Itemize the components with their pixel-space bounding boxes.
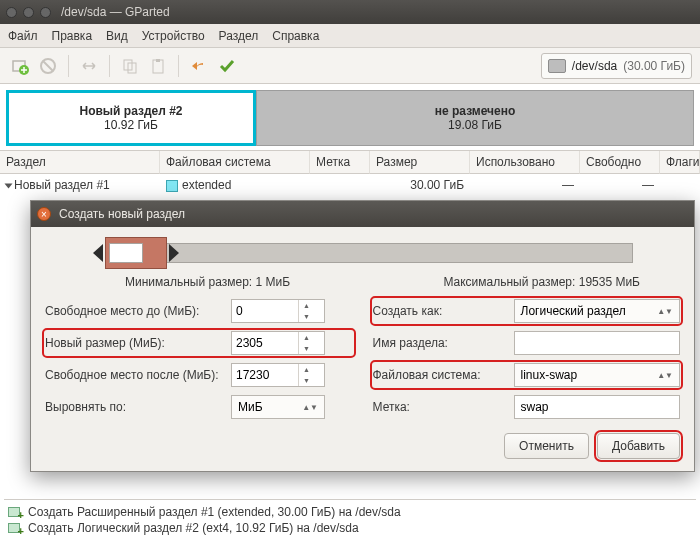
create-op-icon: + [8, 505, 22, 519]
row-name: Новый раздел #1 [14, 178, 110, 192]
row-used: — [470, 174, 580, 196]
col-fs[interactable]: Файловая система [160, 151, 310, 174]
disk-segment-new2[interactable]: Новый раздел #2 10.92 ГиБ [6, 90, 256, 146]
copy-icon [118, 54, 142, 78]
device-size: (30.00 ГиБ) [623, 59, 685, 73]
dialog-title: Создать новый раздел [59, 207, 185, 221]
partition-name-input[interactable] [514, 331, 681, 355]
create-op-icon: + [8, 521, 22, 535]
row-free: — [580, 174, 660, 196]
dialog-close-icon[interactable]: × [37, 207, 51, 221]
paste-icon [146, 54, 170, 78]
apply-icon[interactable] [215, 54, 239, 78]
label-input[interactable] [514, 395, 681, 419]
window-title: /dev/sda — GParted [61, 5, 170, 19]
table-row[interactable]: Новый раздел #1 extended 30.00 ГиБ — — [0, 174, 700, 196]
filesystem-label: Файловая система: [373, 368, 508, 382]
new-size-input[interactable]: ▲▼ [231, 331, 325, 355]
new-partition-icon[interactable] [8, 54, 32, 78]
pending-op[interactable]: + Создать Расширенный раздел #1 (extende… [4, 504, 696, 520]
menu-edit[interactable]: Правка [52, 29, 93, 43]
resize-icon [77, 54, 101, 78]
align-label: Выровнять по: [45, 400, 225, 414]
dialog-titlebar: × Создать новый раздел [31, 201, 694, 227]
min-size-label: Минимальный размер: 1 МиБ [125, 275, 290, 289]
pending-op[interactable]: + Создать Логический раздел #2 (ext4, 10… [4, 520, 696, 536]
toolbar: /dev/sda (30.00 ГиБ) [0, 48, 700, 84]
menu-device[interactable]: Устройство [142, 29, 205, 43]
partition-name-label: Имя раздела: [373, 336, 508, 350]
menubar: Файл Правка Вид Устройство Раздел Справк… [0, 24, 700, 48]
col-label[interactable]: Метка [310, 151, 370, 174]
window-close-icon[interactable] [6, 7, 17, 18]
device-selector[interactable]: /dev/sda (30.00 ГиБ) [541, 53, 692, 79]
device-name: /dev/sda [572, 59, 617, 73]
label-label: Метка: [373, 400, 508, 414]
svg-rect-6 [156, 59, 160, 62]
harddisk-icon [548, 59, 566, 73]
table-header: Раздел Файловая система Метка Размер Исп… [0, 151, 700, 174]
undo-icon[interactable] [187, 54, 211, 78]
menu-help[interactable]: Справка [272, 29, 319, 43]
filesystem-select[interactable]: linux-swap▲▼ [514, 363, 681, 387]
create-as-label: Создать как: [373, 304, 508, 318]
menu-file[interactable]: Файл [8, 29, 38, 43]
expand-icon[interactable] [5, 183, 13, 188]
disk-segment-unallocated[interactable]: не размечено 19.08 ГиБ [256, 90, 694, 146]
free-after-input[interactable]: ▲▼ [231, 363, 325, 387]
col-partition[interactable]: Раздел [0, 151, 160, 174]
pending-op-text: Создать Расширенный раздел #1 (extended,… [28, 505, 401, 519]
new-size-label: Новый размер (МиБ): [45, 336, 225, 350]
window-titlebar: /dev/sda — GParted [0, 0, 700, 24]
segment-size: 10.92 ГиБ [104, 118, 158, 132]
add-button[interactable]: Добавить [597, 433, 680, 459]
delete-icon [36, 54, 60, 78]
free-before-input[interactable]: ▲▼ [231, 299, 325, 323]
slider-handle[interactable] [105, 237, 167, 269]
fs-color-icon [166, 180, 178, 192]
col-used[interactable]: Использовано [470, 151, 580, 174]
col-size[interactable]: Размер [370, 151, 470, 174]
free-before-label: Свободное место до (МиБ): [45, 304, 225, 318]
pending-operations: + Создать Расширенный раздел #1 (extende… [4, 499, 696, 536]
resize-slider[interactable] [93, 237, 633, 269]
slider-handle-right-icon[interactable] [169, 244, 179, 262]
max-size-label: Максимальный размер: 19535 МиБ [443, 275, 640, 289]
segment-name: не размечено [435, 104, 516, 118]
pending-op-text: Создать Логический раздел #2 (ext4, 10.9… [28, 521, 359, 535]
col-flags[interactable]: Флаги [660, 151, 700, 174]
create-as-select[interactable]: Логический раздел▲▼ [514, 299, 681, 323]
align-select[interactable]: МиБ▲▼ [231, 395, 325, 419]
menu-view[interactable]: Вид [106, 29, 128, 43]
disk-map: Новый раздел #2 10.92 ГиБ не размечено 1… [0, 84, 700, 150]
segment-name: Новый раздел #2 [79, 104, 182, 118]
window-minimize-icon[interactable] [23, 7, 34, 18]
col-free[interactable]: Свободно [580, 151, 660, 174]
slider-track [151, 243, 633, 263]
segment-size: 19.08 ГиБ [448, 118, 502, 132]
free-after-label: Свободное место после (МиБ): [45, 368, 225, 382]
slider-handle-left-icon[interactable] [93, 244, 103, 262]
row-fs: extended [182, 178, 231, 192]
window-maximize-icon[interactable] [40, 7, 51, 18]
menu-partition[interactable]: Раздел [219, 29, 259, 43]
cancel-button[interactable]: Отменить [504, 433, 589, 459]
create-partition-dialog: × Создать новый раздел Минимальный разме… [30, 200, 695, 472]
row-size: 30.00 ГиБ [370, 174, 470, 196]
